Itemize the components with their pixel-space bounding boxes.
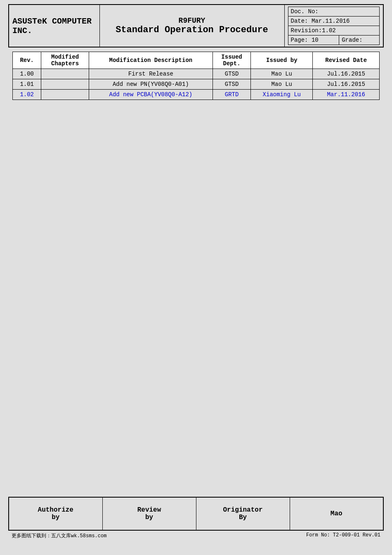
grade-label: Grade: <box>342 37 362 43</box>
cell-chapters <box>41 69 89 79</box>
revision-row: Revision:1.02 <box>288 26 380 36</box>
review-by-label: Reviewby <box>137 506 161 521</box>
revision-section: Rev. ModifiedChapters Modification Descr… <box>8 52 384 100</box>
title-cell: R9FURY Standard Operation Procedure <box>99 5 284 47</box>
col-revised-date: Revised Date <box>313 52 380 69</box>
cell-issued-by: Mao Lu <box>251 79 313 90</box>
page-value: 10 <box>312 37 319 43</box>
cell-dept: GRTD <box>213 90 250 100</box>
header-info-inner: Doc. No: Date: Mar.11.2016 Revision:1.02 <box>288 7 380 45</box>
bottom-note: 更多图纸下载到：五八文库wk.58sms.com Form No: T2-009… <box>8 531 384 541</box>
originator-by-label: OriginatorBy <box>223 506 262 521</box>
footer-table: Authorizeby Reviewby OriginatorBy Mao <box>8 497 384 531</box>
title-main: Standard Operation Procedure <box>103 25 281 35</box>
revision-row: 1.00First ReleaseGTSDMao LuJul.16.2015 <box>13 69 380 79</box>
revision-header-row: Rev. ModifiedChapters Modification Descr… <box>13 52 380 69</box>
revision-row: 1.02Add new PCBA(YV08Q0-A12)GRTDXiaoming… <box>13 90 380 100</box>
cell-chapters <box>41 90 89 100</box>
date-row: Date: Mar.11.2016 <box>288 17 380 26</box>
footer-mao-cell: Mao <box>290 497 383 530</box>
col-rev: Rev. <box>13 52 41 69</box>
cell-issued-by: Xiaoming Lu <box>251 90 313 100</box>
bottom-note-right: Form No: T2-009-01 Rev.01 <box>306 532 380 539</box>
page-cell: Page: 10 <box>288 36 339 45</box>
revision-label: Revision: <box>291 27 322 34</box>
header-table: ASUSTeK COMPUTER INC. R9FURY Standard Op… <box>8 4 384 47</box>
company-name-line1: ASUSTeK COMPUTER <box>12 17 92 26</box>
cell-date: Jul.16.2015 <box>313 79 380 90</box>
date-label: Date: <box>291 18 308 24</box>
cell-rev: 1.02 <box>13 90 41 100</box>
company-name-line2: INC. <box>12 26 32 36</box>
col-dept: IssuedDept. <box>213 52 250 69</box>
doc-no-label: Doc. No: <box>291 8 319 15</box>
page-label: Page: <box>291 37 308 43</box>
footer-originator-cell: OriginatorBy <box>196 497 290 530</box>
cell-rev: 1.00 <box>13 69 41 79</box>
authorize-by-label: Authorizeby <box>38 506 73 521</box>
cell-description: First Release <box>89 69 213 79</box>
cell-date: Jul.16.2015 <box>313 69 380 79</box>
title-code: R9FURY <box>103 17 281 25</box>
cell-description: Add new PN(YV08Q0-A01) <box>89 79 213 90</box>
revision-row: 1.01Add new PN(YV08Q0-A01)GTSDMao LuJul.… <box>13 79 380 90</box>
cell-description: Add new PCBA(YV08Q0-A12) <box>89 90 213 100</box>
footer-mao-value: Mao <box>331 510 342 517</box>
grade-cell: Grade: <box>339 36 380 45</box>
cell-date: Mar.11.2016 <box>313 90 380 100</box>
col-issued-by: Issued by <box>251 52 313 69</box>
company-cell: ASUSTeK COMPUTER INC. <box>9 5 99 47</box>
date-value: Mar.11.2016 <box>312 18 349 24</box>
col-description: Modification Description <box>89 52 213 69</box>
bottom-note-left: 更多图纸下载到：五八文库wk.58sms.com <box>12 532 106 539</box>
col-chapters: ModifiedChapters <box>41 52 89 69</box>
header-info-cell: Doc. No: Date: Mar.11.2016 Revision:1.02 <box>284 5 383 47</box>
doc-no-row: Doc. No: <box>288 7 380 17</box>
cell-dept: GTSD <box>213 69 250 79</box>
cell-issued-by: Mao Lu <box>251 69 313 79</box>
cell-chapters <box>41 79 89 90</box>
footer-authorize-cell: Authorizeby <box>9 497 102 530</box>
cell-rev: 1.01 <box>13 79 41 90</box>
revision-table: Rev. ModifiedChapters Modification Descr… <box>12 52 380 100</box>
footer-review-cell: Reviewby <box>102 497 196 530</box>
cell-dept: GTSD <box>213 79 250 90</box>
revision-value: 1.02 <box>322 27 336 34</box>
